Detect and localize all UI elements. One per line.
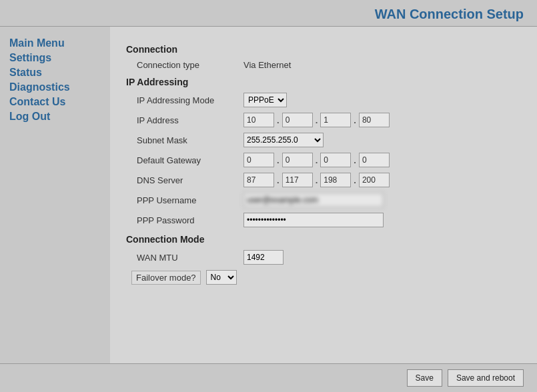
gateway-dot-2: . — [314, 155, 320, 165]
ip-address-inputs: . . . — [243, 113, 390, 127]
ip-dot-1: . — [276, 115, 281, 125]
gateway-octet-2[interactable] — [282, 153, 313, 167]
dns-dot-1: . — [276, 175, 281, 185]
ppp-username-input[interactable] — [243, 193, 384, 207]
gateway-label: Default Gateway — [137, 155, 243, 165]
mtu-input[interactable] — [243, 250, 284, 265]
footer: Save Save and reboot — [0, 363, 537, 392]
ip-octet-2[interactable] — [282, 113, 313, 127]
save-reboot-button[interactable]: Save and reboot — [448, 369, 524, 387]
dns-octet-1[interactable] — [243, 173, 274, 187]
dns-inputs: . . . — [243, 173, 390, 187]
page-wrapper: WAN Connection Setup Main Menu Settings … — [0, 0, 537, 392]
gateway-dot-1: . — [276, 155, 281, 165]
dns-octet-3[interactable] — [320, 173, 351, 187]
mtu-label: WAN MTU — [137, 253, 243, 263]
sidebar-item-log-out[interactable]: Log Out — [9, 111, 101, 123]
dns-octet-2[interactable] — [282, 173, 313, 187]
sidebar: Main Menu Settings Status Diagnostics Co… — [0, 27, 110, 363]
ip-octet-4[interactable] — [359, 113, 390, 127]
failover-label: Failover mode? — [131, 271, 201, 285]
header: WAN Connection Setup — [0, 0, 537, 27]
page-title: WAN Connection Setup — [375, 7, 524, 21]
ip-dot-2: . — [314, 115, 320, 125]
gateway-dot-3: . — [352, 155, 358, 165]
save-button[interactable]: Save — [407, 369, 442, 387]
ip-address-row: IP Address . . . — [126, 113, 521, 127]
sidebar-item-status[interactable]: Status — [9, 67, 101, 79]
ppp-username-row: PPP Username — [126, 193, 521, 207]
gateway-octet-3[interactable] — [320, 153, 351, 167]
failover-row: Failover mode? No Yes — [126, 270, 521, 285]
sidebar-item-settings[interactable]: Settings — [9, 52, 101, 64]
sidebar-item-main-menu[interactable]: Main Menu — [9, 37, 101, 49]
ip-octet-1[interactable] — [243, 113, 274, 127]
sidebar-item-diagnostics[interactable]: Diagnostics — [9, 81, 101, 93]
dns-dot-2: . — [314, 175, 320, 185]
dns-label: DNS Server — [137, 175, 243, 185]
failover-select[interactable]: No Yes — [206, 270, 237, 285]
ip-addressing-section-title: IP Addressing — [126, 77, 521, 87]
dns-octet-4[interactable] — [359, 173, 390, 187]
connection-type-label: Connection type — [137, 60, 243, 70]
ip-mode-row: IP Addressing Mode PPPoE DHCP Static — [126, 93, 521, 107]
gateway-octet-4[interactable] — [359, 153, 390, 167]
subnet-mask-select[interactable]: 255.255.255.0 255.255.0.0 255.0.0.0 — [243, 133, 324, 147]
ppp-password-row: PPP Password — [126, 213, 521, 227]
ip-mode-label: IP Addressing Mode — [137, 95, 243, 105]
connection-mode-section-title: Connection Mode — [126, 234, 521, 245]
ppp-password-label: PPP Password — [137, 215, 243, 225]
gateway-octet-1[interactable] — [243, 153, 274, 167]
connection-type-row: Connection type Via Ethernet — [126, 60, 521, 70]
subnet-mask-label: Subnet Mask — [137, 135, 243, 145]
dns-row: DNS Server . . . — [126, 173, 521, 187]
subnet-mask-row: Subnet Mask 255.255.255.0 255.255.0.0 25… — [126, 133, 521, 147]
gateway-inputs: . . . — [243, 153, 390, 167]
dns-dot-3: . — [352, 175, 358, 185]
ip-mode-select[interactable]: PPPoE DHCP Static — [243, 93, 287, 107]
ip-address-label: IP Address — [137, 115, 243, 125]
main-content: Connection Connection type Via Ethernet … — [110, 27, 537, 363]
ppp-username-label: PPP Username — [137, 195, 243, 205]
ppp-password-input[interactable] — [243, 213, 384, 227]
mtu-row: WAN MTU — [126, 250, 521, 265]
ip-octet-3[interactable] — [320, 113, 351, 127]
sidebar-item-contact-us[interactable]: Contact Us — [9, 96, 101, 108]
connection-type-value: Via Ethernet — [243, 60, 291, 70]
ip-dot-3: . — [352, 115, 358, 125]
connection-section-title: Connection — [126, 44, 521, 55]
gateway-row: Default Gateway . . . — [126, 153, 521, 167]
body-row: Main Menu Settings Status Diagnostics Co… — [0, 27, 537, 363]
